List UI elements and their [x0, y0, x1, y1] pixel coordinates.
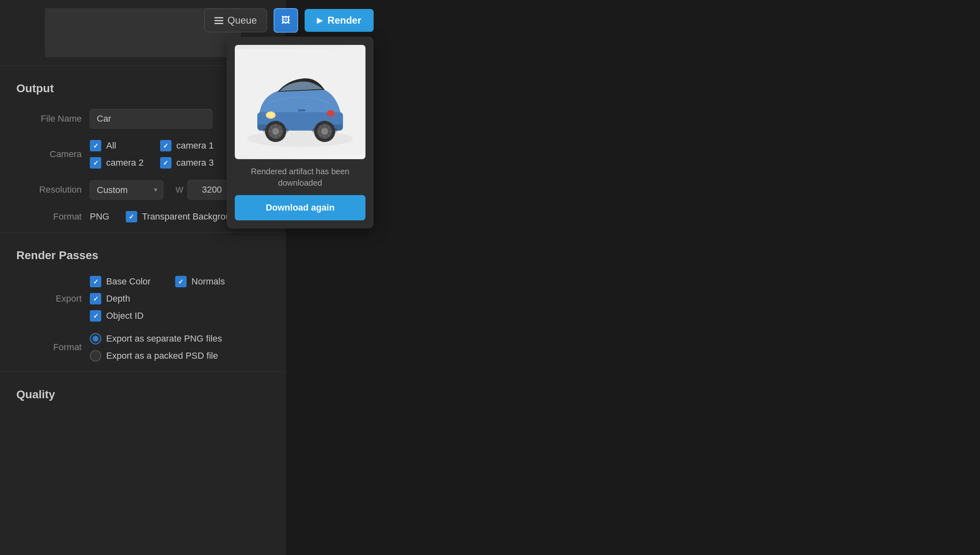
resolution-select[interactable]: Custom 1920×1080 3840×2160 [90, 180, 163, 200]
base-color-checkbox[interactable] [90, 276, 101, 287]
svg-point-1 [247, 131, 353, 147]
file-name-input[interactable] [90, 109, 212, 129]
depth-label: Depth [106, 293, 130, 304]
svg-point-5 [327, 110, 335, 117]
svg-rect-22 [298, 109, 305, 111]
camera-2-checkbox[interactable] [90, 157, 101, 169]
gallery-button[interactable]: 🖼 [274, 8, 298, 33]
queue-label: Queue [227, 15, 257, 26]
camera-3-checkbox[interactable] [160, 157, 172, 169]
normals-checkbox[interactable] [175, 276, 187, 287]
camera-3-label: camera 3 [176, 158, 214, 168]
psd-radio-row[interactable]: Export as a packed PSD file [90, 350, 222, 362]
export-label: Export [16, 293, 82, 304]
file-name-label: File Name [16, 113, 82, 124]
hamburger-icon [214, 17, 223, 24]
png-radio-label: Export as separate PNG files [106, 333, 222, 344]
svg-point-4 [267, 113, 274, 118]
camera-1-label: camera 1 [176, 140, 214, 151]
object-id-checkbox[interactable] [90, 310, 101, 322]
camera-2-row[interactable]: camera 2 [90, 157, 144, 169]
camera-2-label: camera 2 [106, 158, 144, 168]
depth-row[interactable]: Depth [90, 293, 151, 304]
depth-checkbox[interactable] [90, 293, 101, 304]
popup-message: Rendered artifact has been downloaded [235, 166, 365, 189]
download-again-button[interactable]: Download again [235, 195, 365, 220]
popup-car-image [235, 45, 365, 159]
camera-all-row[interactable]: All [90, 140, 144, 151]
render-button[interactable]: ▶ Render [305, 9, 374, 32]
car-svg [235, 45, 365, 159]
object-id-label: Object ID [106, 311, 144, 321]
format-label: Format [16, 211, 82, 222]
camera-checkboxes: All camera 1 camera 2 camera 3 [90, 140, 214, 169]
normals-row[interactable]: Normals [175, 276, 225, 287]
queue-button[interactable]: Queue [204, 9, 267, 32]
export-row: Export Base Color Depth Object ID [0, 270, 286, 327]
transparent-bg-label: Transparent Background [142, 211, 241, 222]
passes-grid: Base Color Depth Object ID Normals [90, 276, 225, 322]
psd-radio-label: Export as a packed PSD file [106, 351, 218, 361]
format-value: PNG [90, 211, 109, 222]
camera-all-checkbox[interactable] [90, 140, 101, 151]
camera-1-row[interactable]: camera 1 [160, 140, 214, 151]
resolution-label: Resolution [16, 184, 82, 195]
toolbar: Queue 🖼 ▶ Render [204, 8, 374, 33]
resolution-select-wrapper: Custom 1920×1080 3840×2160 ▼ [90, 180, 163, 200]
image-icon: 🖼 [281, 15, 290, 26]
camera-label: Camera [16, 149, 82, 160]
base-color-row[interactable]: Base Color [90, 276, 151, 287]
width-label: W [176, 185, 183, 195]
passes-col-right: Normals [175, 276, 225, 322]
popup-card: Rendered artifact has been downloaded Do… [227, 37, 374, 229]
base-color-label: Base Color [106, 276, 151, 287]
png-radio-row[interactable]: Export as separate PNG files [90, 333, 222, 344]
normals-label: Normals [192, 276, 225, 287]
passes-col-left: Base Color Depth Object ID [90, 276, 151, 322]
play-icon: ▶ [317, 16, 323, 25]
camera-1-checkbox[interactable] [160, 140, 172, 151]
psd-radio[interactable] [90, 350, 101, 362]
png-radio[interactable] [90, 333, 101, 344]
passes-format-label: Format [16, 342, 82, 353]
object-id-row[interactable]: Object ID [90, 310, 151, 322]
render-label: Render [327, 15, 361, 26]
render-passes-title: Render Passes [0, 237, 286, 270]
transparent-bg-checkbox[interactable] [126, 211, 137, 222]
quality-section-title: Quality [0, 376, 286, 409]
transparent-bg-row[interactable]: Transparent Background [126, 211, 241, 222]
camera-3-row[interactable]: camera 3 [160, 157, 214, 169]
camera-all-label: All [106, 140, 116, 151]
passes-format-row: Format Export as separate PNG files Expo… [0, 327, 286, 367]
